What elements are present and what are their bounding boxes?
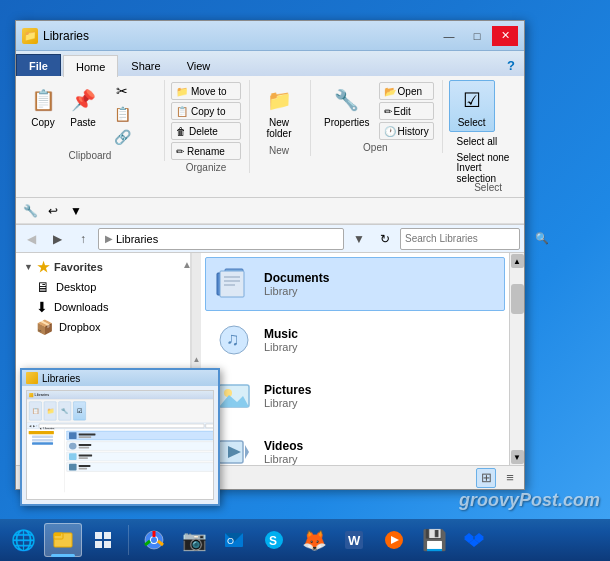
- sidebar-toggle[interactable]: ▲: [182, 259, 190, 270]
- move-to-button[interactable]: 📁 Move to: [171, 82, 241, 100]
- videos-info: Videos Library: [264, 439, 303, 465]
- documents-type: Library: [264, 285, 329, 297]
- dropdown-address[interactable]: ▼: [348, 228, 370, 250]
- svg-rect-20: [104, 541, 111, 548]
- scroll-down-btn[interactable]: ▼: [511, 450, 524, 464]
- music-info: Music Library: [264, 327, 298, 353]
- view-details-btn[interactable]: ⊞: [476, 468, 496, 488]
- taskbar-sep1: [128, 525, 129, 555]
- sidebar-favorites-section: ▼ ★ Favorites 🖥 Desktop ⬇ Downloads 📦: [16, 257, 190, 337]
- close-button[interactable]: ✕: [492, 26, 518, 46]
- file-list-scrollbar[interactable]: ▲ ▼: [509, 253, 524, 465]
- svg-rect-16: [54, 533, 61, 536]
- svg-point-23: [151, 537, 157, 543]
- file-item-music[interactable]: ♫ Music Library: [205, 313, 505, 367]
- sidebar-downloads-label: Downloads: [54, 301, 108, 313]
- dropdown-arrow[interactable]: ▼: [66, 201, 86, 221]
- pictures-info: Pictures Library: [264, 383, 311, 409]
- tab-view[interactable]: View: [174, 54, 224, 76]
- taskbar-store[interactable]: 💾: [415, 523, 453, 557]
- videos-type: Library: [264, 453, 303, 465]
- sidebar-item-desktop[interactable]: 🖥 Desktop: [16, 277, 190, 297]
- tab-share[interactable]: Share: [118, 54, 173, 76]
- new-buttons: 📁 New folder: [256, 80, 302, 143]
- watermark: groovyPost.com: [459, 490, 600, 511]
- title-buttons: — □ ✕: [436, 26, 518, 46]
- title-bar: 📁 Libraries — □ ✕: [16, 21, 524, 51]
- paste-shortcut-button[interactable]: 🔗: [104, 126, 140, 148]
- taskbar-dropbox[interactable]: [455, 523, 493, 557]
- rename-button[interactable]: ✏ Rename: [171, 142, 241, 160]
- sidebar-favorites-header[interactable]: ▼ ★ Favorites: [16, 257, 182, 277]
- search-icon: 🔍: [535, 232, 549, 245]
- history-btn[interactable]: 🕐 History: [379, 122, 434, 140]
- refresh-button[interactable]: ↻: [374, 228, 396, 250]
- svg-rect-18: [104, 532, 111, 539]
- scroll-up-btn[interactable]: ▲: [511, 254, 524, 268]
- tab-help[interactable]: ?: [498, 54, 524, 76]
- view-list-btn[interactable]: ≡: [500, 468, 520, 488]
- back-properties-icon[interactable]: 🔧: [20, 201, 40, 221]
- tab-home[interactable]: Home: [63, 55, 118, 77]
- file-item-pictures[interactable]: Pictures Library: [205, 369, 505, 423]
- paste-button[interactable]: 📌 Paste: [64, 80, 102, 148]
- sidebar-item-downloads[interactable]: ⬇ Downloads: [16, 297, 190, 317]
- tab-file[interactable]: File: [16, 54, 61, 76]
- taskbar-chrome[interactable]: [135, 523, 173, 557]
- taskbar-firefox[interactable]: 🦊: [295, 523, 333, 557]
- invert-selection-btn[interactable]: Invert selection: [453, 166, 528, 180]
- delete-button[interactable]: 🗑 Delete: [171, 122, 241, 140]
- search-input[interactable]: [405, 233, 532, 244]
- up-button[interactable]: ↑: [72, 228, 94, 250]
- music-name: Music: [264, 327, 298, 341]
- new-label: New: [256, 143, 302, 156]
- window-title: Libraries: [43, 29, 89, 43]
- taskbar-outlook[interactable]: O: [215, 523, 253, 557]
- pictures-icon: [214, 376, 254, 416]
- select-button[interactable]: ☑ Select: [449, 80, 495, 132]
- maximize-button[interactable]: □: [464, 26, 490, 46]
- music-type: Library: [264, 341, 298, 353]
- taskbar-explorer[interactable]: [44, 523, 82, 557]
- select-all-btn[interactable]: Select all: [453, 134, 528, 148]
- back-button[interactable]: ◀: [20, 228, 42, 250]
- taskbar-media[interactable]: [375, 523, 413, 557]
- ribbon-group-open: 🔧 Properties 📂 Open ✏ Edit 🕐 Histo: [317, 80, 443, 153]
- search-box[interactable]: 🔍: [400, 228, 520, 250]
- organize-buttons: 📁 Move to 📋 Copy to 🗑 Delete ✏ Rename: [171, 80, 241, 160]
- sidebar-item-dropbox[interactable]: 📦 Dropbox: [16, 317, 190, 337]
- organize-label: Organize: [171, 160, 241, 173]
- copy-button[interactable]: 📋 Copy: [24, 80, 62, 148]
- undo-icon[interactable]: ↩: [43, 201, 63, 221]
- properties-button[interactable]: 🔧 Properties: [317, 80, 377, 140]
- taskbar-word[interactable]: W: [335, 523, 373, 557]
- documents-info: Documents Library: [264, 271, 329, 297]
- scroll-thumb[interactable]: [511, 284, 524, 314]
- file-item-documents[interactable]: Documents Library: [205, 257, 505, 311]
- minimize-button[interactable]: —: [436, 26, 462, 46]
- taskbar-app5[interactable]: 📷: [175, 523, 213, 557]
- downloads-icon: ⬇: [36, 299, 48, 315]
- clipboard-buttons: 📋 Copy 📌 Paste ✂ 📋 🔗: [24, 80, 156, 148]
- ribbon-group-new: 📁 New folder New: [256, 80, 311, 156]
- new-folder-label: New folder: [266, 117, 291, 139]
- taskbar-ie[interactable]: 🌐: [4, 523, 42, 557]
- address-path[interactable]: ▶ Libraries: [98, 228, 344, 250]
- copy-icon: 📋: [27, 84, 59, 116]
- clipboard-small-group: ✂ 📋 🔗: [104, 80, 156, 148]
- ribbon-tabs: File Home Share View ?: [16, 51, 524, 76]
- forward-button[interactable]: ▶: [46, 228, 68, 250]
- copy-path-button[interactable]: 📋: [104, 103, 140, 125]
- open-btn[interactable]: 📂 Open: [379, 82, 434, 100]
- folder-icon: 📁: [22, 28, 38, 44]
- select-buttons: ☑ Select: [449, 80, 495, 132]
- edit-btn[interactable]: ✏ Edit: [379, 102, 434, 120]
- select-label: Select: [458, 117, 486, 128]
- cut-button[interactable]: ✂: [104, 80, 140, 102]
- copy-to-button[interactable]: 📋 Copy to: [171, 102, 241, 120]
- file-item-videos[interactable]: Videos Library: [205, 425, 505, 465]
- thumbnail-popup: Libraries Libraries 📋 📁 🔧 ☑ ◀ ▶ ↑ ▶ Libr…: [20, 368, 220, 506]
- taskbar-start[interactable]: [84, 523, 122, 557]
- new-folder-button[interactable]: 📁 New folder: [256, 80, 302, 143]
- taskbar-skype[interactable]: S: [255, 523, 293, 557]
